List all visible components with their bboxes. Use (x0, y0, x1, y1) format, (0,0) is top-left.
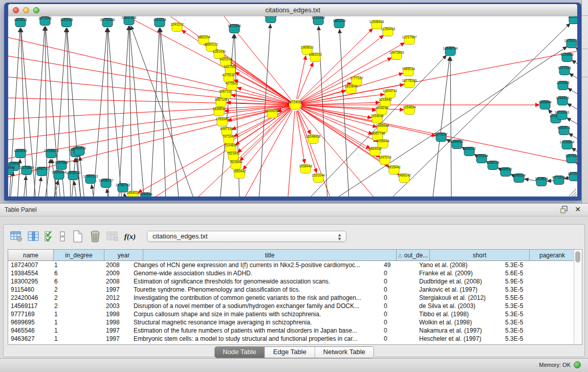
graph-edge[interactable] (38, 177, 41, 196)
graph-node[interactable]: 9245024 (512, 173, 526, 183)
graph-node[interactable]: 1466142 (398, 173, 411, 183)
table-panel-titlebar[interactable]: Table Panel ✕ (0, 204, 588, 216)
graph-node[interactable]: 9129966 (560, 53, 574, 62)
graph-edge[interactable] (93, 28, 107, 196)
graph-node[interactable]: 9572342 (264, 16, 277, 23)
graph-edge[interactable] (8, 51, 289, 104)
graph-node[interactable]: 1616244 (375, 106, 388, 115)
graph-node[interactable]: 7485034 (402, 67, 415, 76)
column-header-pagerank[interactable]: pagerank (530, 250, 575, 260)
table-row[interactable]: 2242004622012Investigating the contribut… (8, 294, 582, 302)
graph-node[interactable]: 11451944 (52, 170, 67, 180)
column-header-short[interactable]: short (430, 250, 530, 260)
deselect-all-button[interactable] (57, 229, 68, 244)
graph-node[interactable]: 1394422 (450, 140, 464, 149)
graph-node[interactable]: 1616442 (387, 165, 401, 174)
graph-node[interactable]: 1143185 (60, 18, 73, 27)
graph-edge[interactable] (8, 106, 289, 184)
graph-edge[interactable] (45, 159, 51, 196)
graph-node[interactable]: 2454022 (126, 191, 140, 196)
graph-node[interactable]: 1604613 (14, 18, 27, 27)
graph-edge[interactable] (8, 97, 289, 105)
graph-edge[interactable] (568, 88, 577, 97)
graph-node[interactable]: 1777167 (350, 76, 363, 85)
graph-node[interactable]: 2516950 (14, 149, 27, 158)
network-canvas[interactable]: 1604613207234611431852073148620691406191… (8, 16, 577, 196)
graph-node[interactable]: 1427552 (224, 65, 237, 74)
graph-edge[interactable] (287, 111, 295, 196)
table-vertical-scrollbar[interactable] (574, 250, 582, 344)
graph-edge[interactable] (301, 107, 372, 134)
column-header-out_de[interactable]: △out_de... (397, 250, 430, 260)
resize-grip-icon[interactable] (574, 194, 577, 196)
graph-node[interactable]: 1531044 (312, 173, 325, 183)
graph-edge[interactable] (8, 105, 289, 143)
column-header-year[interactable]: year (104, 250, 143, 260)
graph-node[interactable]: 4275122 (222, 73, 235, 82)
tab-edge-table[interactable]: Edge Table (265, 347, 315, 358)
table-row[interactable]: 1456911722003Disruption of a novel membe… (8, 302, 582, 310)
graph-edge[interactable] (74, 181, 77, 196)
graph-node[interactable]: 7134834 (224, 143, 237, 152)
delete-table-button[interactable] (88, 229, 103, 244)
table-row[interactable]: 1830029562008Estimation of significance … (8, 277, 582, 286)
graph-node[interactable]: 9227343 (558, 66, 571, 75)
graph-edge[interactable] (297, 56, 306, 99)
graph-edge[interactable] (569, 74, 577, 82)
graph-node[interactable]: 8131044 (312, 16, 325, 25)
tab-network-table[interactable]: Network Table (315, 347, 374, 358)
table-row[interactable]: 969969511998Structural magnetic resonanc… (8, 318, 582, 326)
graph-node[interactable]: 16958107 (99, 179, 114, 188)
graph-edge[interactable] (124, 193, 126, 196)
graph-node[interactable]: 3067105 (214, 98, 228, 107)
graph-edge[interactable] (301, 83, 352, 103)
graph-node[interactable]: 12217987 (402, 35, 417, 45)
import-table-button-disabled[interactable] (105, 229, 120, 244)
graph-node[interactable]: 1167534 (565, 154, 577, 163)
table-row[interactable]: 1872400712008Changes of HCN gene express… (8, 261, 582, 269)
graph-node[interactable]: 1615524 (535, 177, 548, 186)
graph-node[interactable]: 7523402 (227, 151, 240, 161)
graph-node[interactable]: 7204049 (371, 114, 384, 123)
graph-edge[interactable] (8, 31, 289, 103)
graph-node[interactable]: 13942757 (35, 167, 50, 176)
graph-node[interactable]: 6771034 (552, 176, 565, 185)
graph-edge[interactable] (389, 24, 570, 196)
edit-columns-button[interactable] (26, 229, 41, 244)
graph-node[interactable]: 1810644 (344, 84, 358, 94)
graph-node[interactable]: 1672611 (568, 172, 577, 181)
graph-node[interactable]: 1096124 (486, 161, 499, 170)
graph-node[interactable]: 1981013 (309, 53, 322, 62)
table-row[interactable]: 946362711997Embryonic stem cells: a mode… (8, 335, 582, 343)
graph-node[interactable]: 1881104 (333, 19, 346, 28)
graph-edge[interactable] (333, 47, 567, 196)
close-panel-icon[interactable]: ✕ (575, 206, 581, 213)
graph-node[interactable]: 17957223 (83, 174, 98, 184)
graph-node[interactable]: 3067102 (219, 90, 232, 99)
memory-status-indicator[interactable] (574, 361, 581, 368)
graph-edge[interactable] (150, 28, 159, 196)
new-table-button[interactable] (70, 229, 85, 244)
tab-node-table[interactable]: Node Table (214, 347, 265, 358)
graph-node[interactable]: 1914254 (153, 18, 166, 27)
graph-node[interactable]: 6679197 (434, 133, 448, 142)
graph-edge[interactable] (8, 105, 289, 120)
graph-edge[interactable] (133, 16, 290, 101)
graph-edge[interactable] (138, 108, 290, 193)
table-select-dropdown[interactable]: citations_edges.txt ▲▼ (147, 231, 346, 242)
graph-node[interactable]: 11604742 (383, 89, 398, 98)
graph-edge[interactable] (301, 46, 577, 104)
graph-node[interactable]: 16648784 (443, 47, 458, 56)
network-graph[interactable]: 1604613207234611431852073148620691406191… (8, 16, 577, 196)
graph-node[interactable]: 9097588 (55, 161, 68, 170)
graph-node[interactable]: 20691406 (122, 16, 137, 25)
graph-node[interactable]: 1572446 (228, 24, 241, 33)
graph-node[interactable]: 18724007 (288, 100, 303, 110)
graph-node[interactable]: 1595844 (538, 100, 552, 110)
graph-node[interactable]: 18775165 (402, 79, 417, 88)
column-header-title[interactable]: title (143, 250, 397, 260)
graph-node[interactable]: 1209383 (556, 81, 570, 90)
graph-edge[interactable] (432, 57, 450, 196)
network-window-titlebar[interactable]: citations_edges.txt (8, 4, 577, 17)
graph-edge[interactable] (24, 176, 26, 196)
